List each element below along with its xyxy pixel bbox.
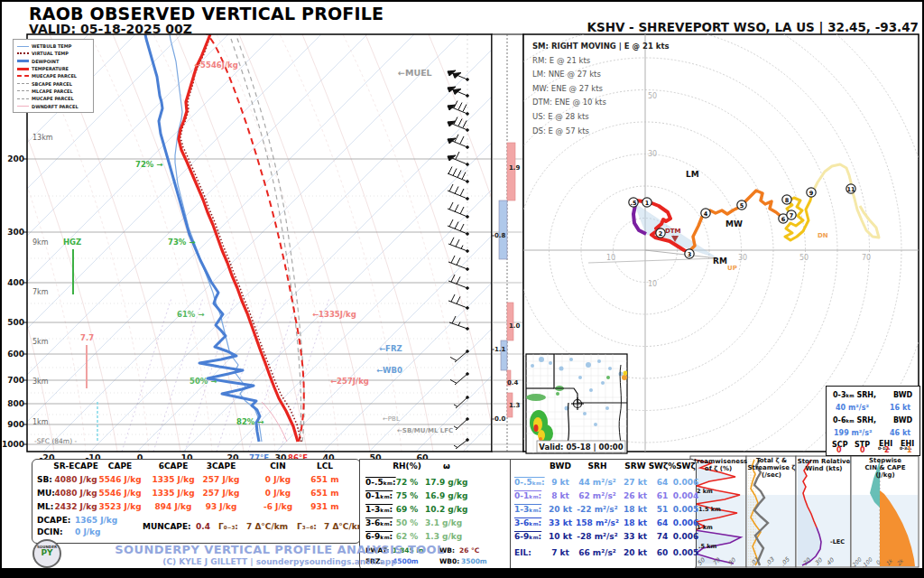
tool-name: SOUNDERPY VERTICAL PROFILE ANALYSIS TOOL — [63, 543, 496, 556]
height-label: 5km — [32, 338, 49, 346]
pressure-tick-label: 400 — [7, 278, 24, 287]
adv-value: -1.1 — [492, 346, 505, 353]
bottom-bar — [0, 568, 924, 578]
dwndrft-line-icon — [17, 106, 29, 107]
pressure-tick-label: 800 — [7, 399, 24, 408]
lapse-3-6-label: Γ₃₋₆: — [297, 522, 317, 531]
dewpoint-line-icon — [17, 60, 29, 62]
hgz-label: HGZ — [63, 238, 81, 247]
sm-line: SM: RIGHT MOVING | E @ 21 kts — [532, 40, 670, 54]
svg-text:Streamwise ζ: Streamwise ζ — [748, 464, 796, 471]
legend-item: TEMPERATURE — [17, 65, 91, 72]
height-label: 13km — [32, 134, 53, 142]
frz-label: ←FRZ — [379, 344, 402, 353]
motion-line: US: E @ 28 kts — [532, 110, 670, 125]
svg-text:3: 3 — [688, 251, 692, 258]
kinematics-table: BWD SRH SRW SWζ% SWζ 0-.5ₖₘ: 9 kt 44 m²/… — [510, 459, 697, 571]
ehi03-value: 1 — [907, 446, 912, 454]
sounderpy-logo: SOUNDER PY — [32, 539, 61, 568]
motion-line: DS: E @ 57 kts — [532, 125, 670, 139]
lower-panels: 2 km 1.5 km 1 km .5 km 50 70 90 .01 .03 … — [689, 456, 919, 569]
rh-note: 73% → — [168, 238, 195, 247]
muecape-line-icon — [17, 75, 29, 77]
station-id: KSHV - SHREVEPORT WSO, LA US | 32.45, -9… — [587, 20, 919, 34]
bwd-0-3-value: 16 kt — [890, 404, 910, 412]
adv-value: -0.0 — [492, 415, 505, 423]
wb0-label: ←WB0 — [376, 366, 402, 375]
sbcape-line-icon — [17, 83, 29, 84]
svg-text:Wind (kts): Wind (kts) — [805, 465, 842, 472]
height-label: 1km — [32, 418, 49, 426]
motion-line: DTM: ENE @ 10 kts — [532, 96, 670, 110]
lapse-0-3-label: Γ₀₋₃: — [218, 522, 238, 531]
height-label: 9km — [32, 238, 49, 247]
radar-valid-label: Valid: 05-18 | 00:00 — [539, 443, 623, 452]
pressure-tick-label: 700 — [7, 376, 24, 385]
svg-text:70: 70 — [862, 254, 871, 262]
svg-text:1.5 km: 1.5 km — [698, 506, 721, 513]
svg-text:(J/kg): (J/kg) — [875, 471, 894, 479]
srh-0-6-value: 199 m²/s² — [834, 429, 873, 437]
skewt-border — [27, 34, 492, 452]
svg-text:11: 11 — [846, 186, 855, 193]
cape-annotation: ←1335J/kg — [312, 310, 356, 319]
legend-item: MUECAPE PARCEL — [17, 72, 91, 79]
wetbulb-line-icon — [17, 46, 29, 47]
srh-0-6-label: 0-6ₖₘ SRH, — [833, 416, 876, 424]
legend-item: WETBULB TEMP — [17, 42, 91, 50]
adv-value: -0.8 — [492, 232, 505, 239]
bwd-0-3-label: BWD — [893, 391, 912, 399]
muncape-value: 0.4 — [196, 522, 210, 531]
motion-line: MW: ENE @ 27 kts — [532, 82, 670, 97]
pressure-tick-label: 200 — [7, 154, 24, 163]
mlcape-line-icon — [17, 90, 29, 91]
svg-text:Total ζ &: Total ζ & — [756, 457, 787, 464]
svg-text:Streamwiseness: Streamwiseness — [689, 458, 747, 465]
svg-text:30: 30 — [738, 254, 747, 262]
row-label: SB: — [37, 475, 52, 484]
legend-item: MUCAPE PARCEL — [17, 95, 91, 102]
mw-label: MW — [725, 219, 743, 228]
adv-value: 1.9 — [509, 164, 521, 172]
credit-block: SOUNDERPY VERTICAL PROFILE ANALYSIS TOOL… — [63, 543, 496, 566]
srh-0-3-label: 0-3ₖₘ SRH, — [833, 391, 876, 399]
svg-text:.5: .5 — [631, 200, 637, 207]
lec-annotation: -LEC — [830, 538, 845, 545]
up-label: UP — [727, 265, 737, 272]
srh-bwd-box: 0-3ₖₘ SRH, BWD 40 m²/s² 16 kt 0-6ₖₘ SRH,… — [826, 386, 920, 456]
advection-strip: 1.9 -0.8 1.0 -1.1 0.4 1.3 -0.0 — [492, 34, 523, 452]
pressure-tick-label: 900 — [7, 420, 24, 429]
svg-text:1: 1 — [645, 200, 650, 207]
valid-time: VALID: 05-18-2025 00Z — [29, 22, 192, 36]
rh-note: 82% → — [236, 417, 263, 426]
thermo-table: SR-ECAPE CAPE 6CAPE 3CAPE CIN LCL SB: 40… — [32, 459, 361, 544]
sfc-label: -SFC (84m) - — [34, 437, 77, 445]
storm-motion-block: SM: RIGHT MOVING | E @ 21 kts RM: E @ 21… — [532, 40, 670, 138]
bwd-0-6-value: 46 kt — [890, 429, 910, 437]
mucape-line-icon — [17, 98, 29, 99]
pressure-tick-label: 600 — [7, 350, 24, 359]
dn-label: DN — [818, 232, 828, 239]
svg-text:2: 2 — [659, 230, 663, 238]
height-axis: 13km 9km 7km 5km 3km 1km — [32, 134, 53, 426]
adv-value: 1.3 — [509, 402, 521, 409]
pressure-axis: 200 300 400 500 600 700 800 900 1000 — [2, 154, 24, 449]
skewt-legend: WETBULB TEMP VIRTUAL TEMP DEWPOINT TEMPE… — [13, 39, 94, 113]
row-label: MU: — [37, 489, 55, 498]
row-label: ML: — [37, 502, 53, 511]
svg-text:5: 5 — [740, 202, 744, 210]
muncape-label: MUNCAPE: — [143, 522, 191, 531]
height-label: 3km — [32, 378, 49, 386]
svg-text:10: 10 — [606, 254, 615, 262]
svg-text:8: 8 — [785, 197, 790, 204]
svg-text:9: 9 — [809, 190, 814, 197]
scp-value: 0 — [836, 446, 842, 454]
pbl-label: ←PBL — [383, 415, 400, 423]
motion-line: LM: NNE @ 27 kts — [532, 68, 670, 82]
sounderpy-figure: 72% → 73% → 61% → 50% → 82% → ←5546J/kg … — [0, 0, 924, 578]
dcin-label: DCIN: — [37, 527, 63, 536]
lm-label: LM — [686, 170, 699, 179]
legend-item: VIRTUAL TEMP — [17, 50, 91, 57]
page-title: RAOB OBSERVED VERTICAL PROFILE — [29, 4, 383, 23]
stp-value: 0 — [860, 446, 865, 454]
